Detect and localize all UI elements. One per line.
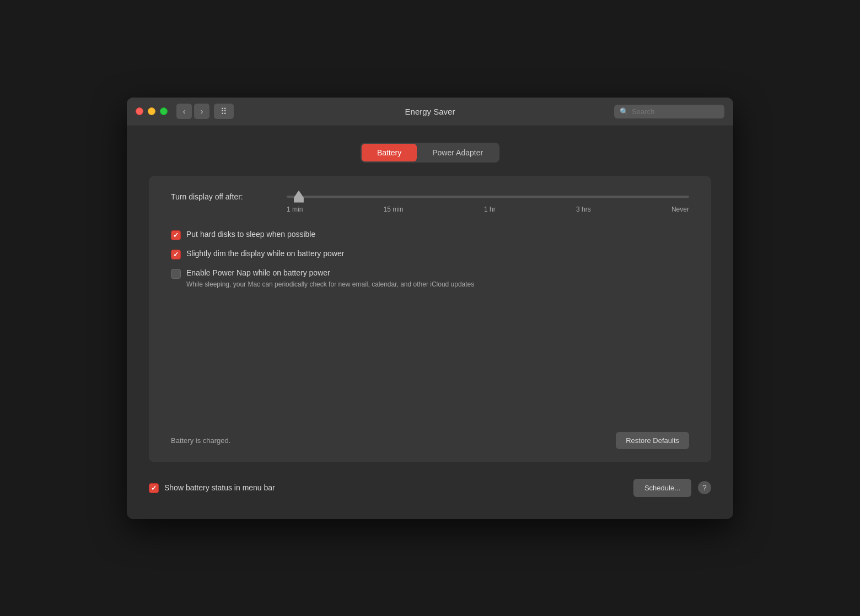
tab-power-adapter[interactable]: Power Adapter [417,144,498,161]
window-title: Energy Saver [405,107,455,116]
footer-row: ✓ Show battery status in menu bar Schedu… [149,473,711,502]
power-nap-subtext: While sleeping, your Mac can periodicall… [186,280,689,288]
checkbox-row-hard-disks: ✓ Put hard disks to sleep when possible [171,230,689,240]
slider-labels: 1 min 15 min 1 hr 3 hrs Never [287,206,689,213]
close-button[interactable] [136,107,143,115]
help-button[interactable]: ? [698,481,711,494]
checkbox-row-power-nap: Enable Power Nap while on battery power … [171,268,689,288]
grid-button[interactable] [214,104,234,119]
maximize-button[interactable] [160,107,168,115]
checkbox-dim-display-label: Slightly dim the display while on batter… [186,249,344,258]
slider-label-15min: 15 min [384,206,404,213]
checkmark-icon: ✓ [173,251,179,258]
checkbox-hard-disks[interactable]: ✓ [171,230,181,240]
slider-track[interactable] [287,196,689,198]
checkbox-power-nap[interactable] [171,269,181,279]
minimize-button[interactable] [148,107,155,115]
back-button[interactable]: ‹ [176,104,192,119]
checkmark-icon: ✓ [173,231,179,239]
nav-buttons: ‹ › [176,104,234,119]
footer-left: ✓ Show battery status in menu bar [149,483,275,493]
checkboxes: ✓ Put hard disks to sleep when possible … [171,230,689,288]
checkbox-row-dim-display: ✓ Slightly dim the display while on batt… [171,249,689,260]
slider-label-1min: 1 min [287,206,303,213]
forward-button[interactable]: › [194,104,209,119]
slider-label-3hrs: 3 hrs [576,206,591,213]
checkbox-row: ✓ Put hard disks to sleep when possible [171,230,689,240]
schedule-button[interactable]: Schedule... [633,479,691,497]
slider-label-1hr: 1 hr [484,206,496,213]
grid-icon [221,106,227,117]
checkbox-power-nap-label: Enable Power Nap while on battery power [186,268,330,277]
slider-thumb[interactable] [294,191,304,203]
battery-status: Battery is charged. [171,436,230,445]
main-panel: Turn display off after: 1 min 15 min 1 h… [149,176,711,462]
checkmark-icon: ✓ [151,484,157,492]
search-input[interactable] [632,107,719,116]
checkbox-dim-display[interactable]: ✓ [171,250,181,260]
slider-label-never: Never [671,206,689,213]
search-icon: 🔍 [620,107,628,116]
checkbox-hard-disks-label: Put hard disks to sleep when possible [186,230,315,239]
energy-saver-window: ‹ › Energy Saver 🔍 Battery Power Adapter [127,98,733,519]
slider-track-container[interactable] [287,196,689,198]
search-box[interactable]: 🔍 [614,105,724,118]
show-battery-label: Show battery status in menu bar [164,483,275,492]
slider-row: Turn display off after: [171,192,689,201]
checkbox-row: ✓ Slightly dim the display while on batt… [171,249,689,260]
footer-right: Schedule... ? [633,479,711,497]
title-bar: ‹ › Energy Saver 🔍 [127,98,733,126]
checkbox-show-battery[interactable]: ✓ [149,483,159,493]
tab-container: Battery Power Adapter [361,143,499,163]
panel-bottom: Battery is charged. Restore Defaults [171,432,689,449]
tab-switcher: Battery Power Adapter [149,143,711,163]
display-sleep-slider-section: Turn display off after: 1 min 15 min 1 h… [171,192,689,213]
checkbox-row: Enable Power Nap while on battery power [171,268,689,279]
restore-defaults-button[interactable]: Restore Defaults [616,432,689,449]
content-area: Battery Power Adapter Turn display off a… [127,126,733,519]
tab-battery[interactable]: Battery [362,144,417,161]
traffic-lights [136,107,168,115]
slider-label: Turn display off after: [171,192,276,201]
